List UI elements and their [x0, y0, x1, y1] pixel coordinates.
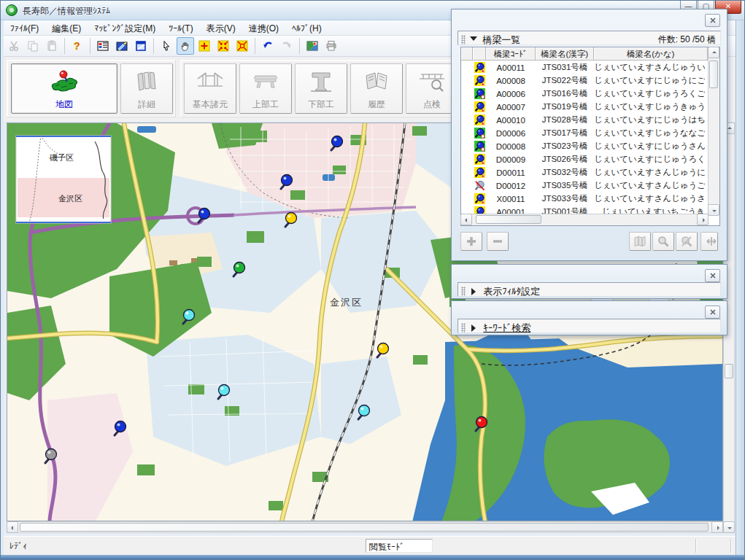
drag-grip[interactable] [461, 35, 466, 44]
menu-item-3[interactable]: ﾂｰﾙ(T) [162, 21, 199, 36]
drag-grip[interactable] [461, 323, 466, 332]
find-off-button [676, 232, 698, 251]
bridge-kana: じぇいていえすにじゅうさんご [594, 140, 705, 152]
legend-icon[interactable] [94, 37, 112, 55]
vertical-scroll-thumb[interactable] [709, 61, 718, 88]
menu-item-2[interactable]: ﾏｯﾋﾟﾝｸﾞ設定(M) [88, 20, 162, 36]
menu-item-4[interactable]: 表示(V) [200, 20, 242, 36]
horizontal-scroll-thumb[interactable] [20, 523, 709, 532]
bridge-name: JTS017号橋 [536, 127, 594, 139]
filter-header[interactable]: 表示ﾌｨﾙﾀ設定 [458, 282, 721, 297]
bridge-name: JTS035号橋 [536, 179, 594, 191]
scroll-right-button[interactable] [711, 521, 723, 533]
expand-arrow-icon[interactable] [471, 288, 479, 295]
svg-text:?: ? [74, 40, 80, 52]
table-row[interactable]: D00006JTS017号橋じぇいていえすじゅうななごう [461, 126, 708, 139]
find-button [652, 232, 674, 251]
undo-icon[interactable] [259, 37, 277, 55]
bridge-name: JTS026号橋 [536, 153, 594, 165]
map-horizontal-scrollbar[interactable] [7, 521, 723, 533]
scroll-up-button[interactable] [708, 47, 719, 58]
bridge-list-window: 橋梁一覧 件数: 50 /50 橋 橋梁ｺｰﾄﾞ橋梁名(漢字)橋梁名(かな) A… [451, 9, 727, 261]
table-row[interactable]: A00010JTS028号橋じぇいていえすにじゅうはちご [461, 113, 708, 126]
nav-button-bridge-basic: 基本諸元 [184, 63, 236, 114]
row-select-cell [461, 146, 473, 147]
bridge-list-toolbar [460, 232, 718, 252]
bridge-list-close-button[interactable] [705, 14, 720, 27]
table-row[interactable]: X00011JTS033号橋じぇいていえすさんじゅうさんこ [461, 192, 708, 205]
bridge-code: A00006 [486, 89, 536, 98]
bridge-code: X00011 [486, 194, 536, 203]
scroll-down-button[interactable] [708, 204, 719, 216]
menu-item-0[interactable]: ﾌｧｲﾙ(F) [4, 21, 45, 36]
table-row[interactable]: A00011JTS031号橋じぇいていえすさんじゅういちご [461, 61, 708, 74]
bridge-name: JTS023号橋 [536, 140, 594, 152]
bridge-status-icon [473, 127, 486, 139]
table-row[interactable]: A00008JTS022号橋じぇいていえすにじゅうにごう [461, 74, 708, 87]
table-row[interactable]: D00009JTS026号橋じぇいていえすにじゅうろくご [461, 152, 708, 166]
window-frame-left [1, 20, 4, 555]
scroll-left-button[interactable] [460, 214, 472, 225]
select-arrow-icon[interactable] [158, 37, 175, 55]
window-frame-right [736, 20, 745, 555]
filter-title: 表示ﾌｨﾙﾀ設定 [483, 286, 540, 297]
zoom-fit-icon[interactable] [215, 37, 232, 55]
nav-group-bridge: 基本諸元上部工下部工履歴点検 [180, 60, 460, 117]
column-header-0[interactable] [461, 47, 473, 61]
collapse-arrow-icon[interactable] [470, 36, 477, 44]
row-select-cell [461, 93, 473, 94]
bridge-list-header[interactable]: 橋梁一覧 件数: 50 /50 橋 [458, 31, 721, 45]
keyword-header[interactable]: ｷｰﾜｰﾄﾞ検索 [458, 319, 721, 333]
print-icon[interactable] [323, 37, 340, 55]
table-row[interactable]: D00011JTS032号橋じぇいていえすさんじゅうにご [461, 166, 708, 179]
table-row[interactable]: A00007JTS019号橋じぇいていえすじゅうきゅうご [461, 100, 708, 113]
nav-button-map[interactable]: 地図 [11, 63, 117, 114]
toolbar-separator [64, 38, 65, 54]
column-header-1[interactable] [473, 47, 486, 61]
scroll-down-button[interactable] [723, 521, 735, 533]
zoom-extent-icon[interactable] [233, 37, 251, 55]
new-window-icon[interactable] [132, 37, 150, 55]
keyword-window: ｷｰﾜｰﾄﾞ検索 [451, 300, 727, 335]
horizontal-scroll-thumb[interactable] [476, 215, 541, 224]
overview-map-icon[interactable] [304, 37, 321, 55]
row-select-cell [461, 67, 473, 68]
scroll-right-button[interactable] [697, 214, 709, 225]
column-header-3[interactable]: 橋梁名(漢字) [536, 47, 594, 61]
scroll-left-button[interactable] [7, 521, 18, 533]
bridge-kana: じぇいていえすさんじゅうごご [594, 179, 705, 191]
table-row[interactable]: D00008JTS023号橋じぇいていえすにじゅうさんご [461, 139, 708, 152]
menu-item-1[interactable]: 編集(E) [45, 20, 88, 36]
show-on-map-button [629, 232, 651, 251]
menu-item-5[interactable]: 連携(O) [242, 20, 285, 36]
bridge-kana: じぇいていえすさんじゅうさんこ [594, 192, 705, 204]
pan-hand-icon[interactable] [177, 37, 194, 55]
cut-icon [5, 37, 23, 55]
bridge-status-icon [473, 179, 486, 191]
toolbar-separator [90, 38, 90, 54]
expand-arrow-icon[interactable] [471, 324, 479, 332]
filter-close-button[interactable] [705, 269, 720, 282]
vertical-scroll-thumb[interactable] [725, 364, 733, 378]
bridge-status-icon [473, 74, 486, 86]
zoom-in-icon[interactable] [196, 37, 213, 55]
drag-grip[interactable] [461, 287, 466, 296]
help-icon[interactable]: ? [69, 37, 86, 55]
minimap[interactable]: 磯子区 金沢区 [16, 136, 111, 223]
column-header-2[interactable]: 橋梁ｺｰﾄﾞ [486, 47, 536, 61]
bridge-kana: じぇいていえすにじゅうろくご [594, 153, 705, 165]
table-horizontal-scrollbar[interactable] [461, 214, 708, 225]
keyword-title[interactable]: ｷｰﾜｰﾄﾞ検索 [483, 322, 530, 333]
bridge-name: JTS028号橋 [536, 114, 594, 125]
table-vertical-scrollbar[interactable] [708, 47, 719, 215]
status-separator [695, 539, 697, 553]
bridge-status-icon [473, 101, 486, 112]
bridge-kana: じぇいていえすじゅうななごう [594, 127, 705, 139]
keyword-close-button[interactable] [705, 306, 720, 319]
column-header-4[interactable]: 橋梁名(かな) [594, 47, 708, 61]
bridge-status-icon [473, 114, 486, 125]
menu-item-6[interactable]: ﾍﾙﾌﾟ(H) [285, 21, 328, 36]
table-row[interactable]: D00012JTS035号橋じぇいていえすさんじゅうごご [461, 179, 708, 192]
table-row[interactable]: A00006JTS016号橋じぇいていえすじゅうろくごう [461, 87, 708, 100]
map-edit-icon[interactable] [113, 37, 131, 55]
